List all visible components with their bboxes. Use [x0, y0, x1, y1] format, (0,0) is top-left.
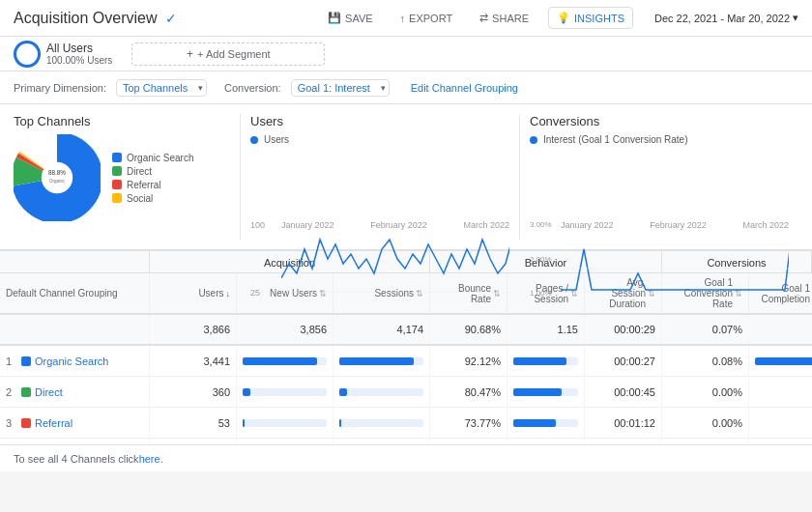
row-number: 3 [6, 417, 17, 429]
row-users: 360 [150, 377, 237, 407]
channel-color-dot [21, 418, 31, 428]
edit-channel-grouping-link[interactable]: Edit Channel Grouping [411, 82, 518, 94]
sessions-bar-bg [339, 419, 423, 427]
row-bounce-rate: 72.73% [430, 439, 508, 444]
row-new-users [237, 346, 334, 376]
row-sessions [334, 439, 430, 444]
row-bounce-rate: 73.77% [430, 408, 508, 438]
row-completion [749, 377, 812, 407]
row-avg-session: 00:01:12 [585, 408, 662, 438]
sessions-bar [339, 388, 347, 396]
sessions-bar [339, 419, 341, 427]
legend-item-direct: Direct [112, 166, 193, 177]
controls-bar: Primary Dimension: Top Channels Conversi… [0, 71, 812, 104]
share-button[interactable]: ⇄ SHARE [472, 8, 536, 28]
row-sessions [334, 408, 430, 438]
totals-bounce: 90.68% [430, 315, 508, 344]
users-chart-area: 100 25 January 2022 February 2022 March … [250, 220, 509, 307]
row-users: 3,441 [150, 346, 237, 376]
charts-section: Top Channels 88.8% Organic Organic Searc… [0, 104, 812, 251]
conversion-select[interactable]: Goal 1: Interest [291, 79, 390, 97]
row-channel-2: 2 Direct [0, 377, 150, 407]
totals-completion: 3 [749, 315, 812, 344]
row-channel-4: 4 Social [0, 439, 150, 444]
users-y-axis: 100 25 [250, 220, 279, 298]
row-conv-rate: 0.00% [662, 439, 749, 444]
totals-label [0, 315, 150, 344]
pie-legend: Organic Search Direct Referral Social [112, 153, 193, 204]
channel-link[interactable]: Direct [35, 386, 63, 398]
verified-icon: ✓ [165, 11, 177, 26]
row-completion [749, 439, 812, 444]
channel-link[interactable]: Organic Search [35, 356, 108, 367]
save-icon: 💾 [328, 12, 341, 24]
totals-users: 3,866 [150, 315, 237, 344]
row-new-users [237, 408, 334, 438]
row-sessions [334, 377, 430, 407]
pages-bar [513, 388, 562, 396]
row-channel-3: 3 Referral [0, 408, 150, 438]
primary-dimension-select-wrapper: Top Channels [116, 79, 207, 97]
footer-note: To see all 4 Channels click here . [0, 444, 812, 471]
row-pages [508, 439, 585, 444]
row-bounce-rate: 92.12% [430, 346, 508, 376]
conversions-legend-dot [530, 136, 537, 144]
row-channel-1: 1 Organic Search [0, 346, 150, 376]
users-chart-title: Users [250, 114, 509, 128]
date-chevron-icon: ▾ [793, 12, 798, 24]
new-users-bar-bg [243, 357, 327, 365]
channel-color-dot [21, 387, 31, 397]
legend-item-organic: Organic Search [112, 153, 193, 163]
channel-link[interactable]: Referral [35, 417, 72, 429]
share-icon: ⇄ [479, 12, 488, 24]
new-users-bar-bg [243, 419, 327, 427]
conversions-line-svg [561, 220, 789, 293]
primary-dimension-select[interactable]: Top Channels [116, 79, 207, 97]
table-row: 1 Organic Search 3,441 92.12% 00:00:27 0… [0, 346, 812, 377]
sessions-bar [339, 357, 414, 365]
add-segment-button[interactable]: + + Add Segment [131, 43, 325, 66]
all-users-segment: All Users 100.00% Users [14, 41, 112, 68]
channel-color-dot [21, 356, 31, 366]
add-icon: + [187, 47, 193, 61]
row-pages [508, 346, 585, 376]
new-users-bar-bg [243, 388, 327, 396]
export-button[interactable]: ↑ EXPORT [392, 9, 461, 28]
totals-row: 3,866 3,856 4,174 90.68% 1.15 00:00:29 0… [0, 315, 812, 346]
completion-bar-bg [755, 357, 812, 365]
row-pages [508, 408, 585, 438]
new-users-bar [243, 357, 317, 365]
totals-avg-session: 00:00:29 [585, 315, 662, 344]
row-conv-rate: 0.00% [662, 408, 749, 438]
users-line-svg [281, 220, 509, 293]
th-users[interactable]: Users ↓ [150, 273, 237, 313]
row-users: 53 [150, 408, 237, 438]
pie-chart-title: Top Channels [14, 114, 230, 128]
row-sessions [334, 346, 430, 376]
table-row: 4 Social 20 72.73% 00:00:22 0.00% [0, 439, 812, 444]
row-avg-session: 00:00:27 [585, 346, 662, 376]
primary-dimension-label: Primary Dimension: [14, 82, 106, 94]
header: Acquisition Overview ✓ 💾 SAVE ↑ EXPORT ⇄… [0, 0, 812, 37]
users-sort-icon: ↓ [226, 289, 231, 299]
totals-pages: 1.15 [508, 315, 585, 344]
sessions-bar-bg [339, 357, 423, 365]
header-actions: 💾 SAVE ↑ EXPORT ⇄ SHARE 💡 INSIGHTS Dec 2… [320, 7, 798, 29]
see-all-link[interactable]: here [139, 453, 160, 465]
th-channel: Default Channel Grouping [0, 273, 150, 313]
completion-bar [755, 357, 812, 365]
segment-circle [14, 41, 41, 68]
conversions-chart-title: Conversions [530, 114, 789, 128]
date-range[interactable]: Dec 22, 2021 - Mar 20, 2022 ▾ [654, 12, 798, 24]
table-rows-container: 1 Organic Search 3,441 92.12% 00:00:27 0… [0, 346, 812, 444]
users-legend-dot [250, 136, 258, 144]
insights-button[interactable]: 💡 INSIGHTS [548, 7, 633, 29]
conversions-chart: Conversions Interest (Goal 1 Conversion … [520, 114, 798, 240]
page-title: Acquisition Overview [14, 10, 158, 27]
save-button[interactable]: 💾 SAVE [320, 8, 381, 28]
top-channels-chart: Top Channels 88.8% Organic Organic Searc… [14, 114, 241, 240]
segment-info: All Users 100.00% Users [46, 42, 112, 66]
empty-group [0, 251, 150, 272]
conversions-chart-area: 3.00% 2.00% 1.00% January 2022 February … [530, 220, 789, 307]
legend-item-referral: Referral [112, 180, 193, 190]
